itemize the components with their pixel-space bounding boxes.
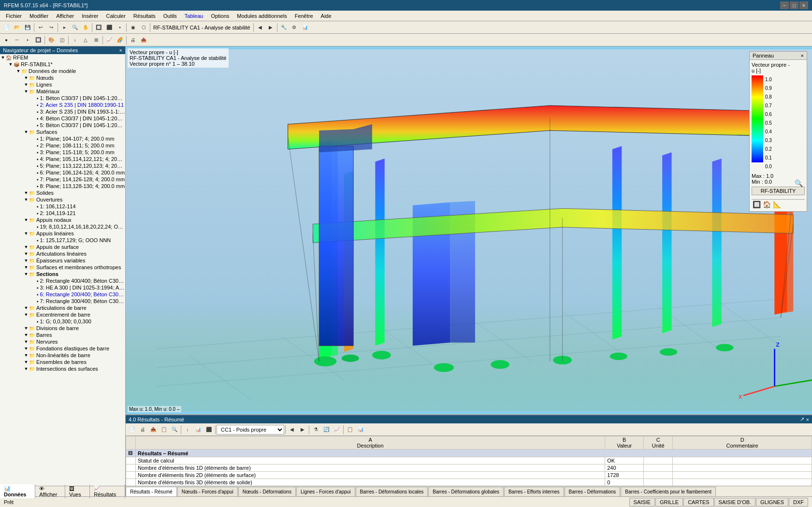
filter-btn[interactable]: ⚗: [310, 424, 321, 435]
tree-item-m3[interactable]: ▪3: Acier S 235 | DIN EN 1993-1-1:20...: [0, 108, 125, 115]
menu-fichier[interactable]: Fichier: [2, 12, 26, 20]
tree-item-noeuds[interactable]: ▼📁Nœuds: [0, 74, 125, 81]
menu-calculer[interactable]: Calculer: [102, 12, 129, 20]
tree-item-materiaux[interactable]: ▼📁Matériaux: [0, 88, 125, 95]
maximize-btn[interactable]: □: [790, 1, 798, 9]
tree-item-m2[interactable]: ▪2: Acier S 235 | DIN 18800:1990-11: [0, 101, 125, 108]
tree-item-m1[interactable]: ▪1: Béton C30/37 | DIN 1045-1:2008-...: [0, 95, 125, 101]
table-row[interactable]: Nombre d'éléments finis 3D (éléments de …: [126, 479, 812, 486]
view-front-btn[interactable]: ▪: [115, 22, 125, 33]
tree-item-lignes[interactable]: ▼📁Lignes: [0, 81, 125, 88]
menu-fenetre[interactable]: Fenêtre: [291, 12, 317, 20]
tree-item-surfaces-ortho[interactable]: ▼📁Surfaces et membranes orthotropes: [0, 264, 125, 271]
display-nodes[interactable]: ●: [1, 35, 12, 45]
legend-icon-3[interactable]: 📐: [773, 201, 781, 208]
redo-btn[interactable]: ↪: [46, 22, 57, 33]
status-cartes[interactable]: CARTES: [683, 498, 713, 507]
bottom-tab-4[interactable]: Barres - Déformations locales: [356, 487, 428, 496]
tab-donnees[interactable]: 📊 Données: [0, 484, 35, 498]
tree-item-appuis-nodaux[interactable]: ▼📁Appuis nodaux: [0, 217, 125, 223]
tree-item-non-linearites[interactable]: ▼📁Non-linéarités de barre: [0, 352, 125, 359]
bottom-tab-0[interactable]: Résultats - Résumé: [126, 487, 177, 496]
chart-btn[interactable]: 📈: [332, 424, 342, 435]
tree-item-s5[interactable]: ▪5: Plane; 113,122,120,123; 4; 200.0 m: [0, 162, 125, 169]
tool-1[interactable]: 🔧: [278, 22, 289, 33]
tree-item-al1[interactable]: ▪1: 125,127,129; G; OOO NNN: [0, 237, 125, 244]
menu-modules[interactable]: Modules additionnels: [233, 12, 290, 20]
tool-2[interactable]: ⚙: [289, 22, 300, 33]
tree-item-divisions-barre[interactable]: ▼📁Divisions de barre: [0, 325, 125, 332]
bottom-tab-1[interactable]: Nœuds - Forces d'appui: [177, 487, 238, 496]
tool-3[interactable]: 📊: [300, 22, 310, 33]
tree-container[interactable]: ▼🏠RFEM▼📦RF-STABIL1*▼📁Données de modèle▼📁…: [0, 54, 125, 486]
tree-item-s8[interactable]: ▪8: Plane; 113,128-130; 4; 200.0 mm: [0, 183, 125, 189]
nav-left-btn[interactable]: ◀: [287, 424, 297, 435]
show-sections[interactable]: ⊞: [91, 35, 102, 45]
table-row[interactable]: Statut de calculOK: [126, 457, 812, 464]
tree-item-o1[interactable]: ▪1: 106,112-114: [0, 203, 125, 210]
tree-item-appuis-surface[interactable]: ▼📁Appuis de surface: [0, 244, 125, 250]
nav-next[interactable]: ▶: [265, 22, 276, 33]
tree-item-surfaces[interactable]: ▼📁Surfaces: [0, 129, 125, 135]
results-btn-4[interactable]: 📋: [159, 424, 169, 435]
tree-item-sections[interactable]: ▼📁Sections: [0, 271, 125, 277]
menu-modifier[interactable]: Modifier: [26, 12, 52, 20]
tree-item-sec7[interactable]: ▪7: Rectangle 300/400; Béton C30/37: [0, 298, 125, 304]
display-lines[interactable]: ─: [12, 35, 22, 45]
tree-item-m4[interactable]: ▪4: Béton C30/37 | DIN 1045-1:2001-...: [0, 115, 125, 122]
legend-icon-2[interactable]: 🏠: [763, 201, 771, 208]
new-btn[interactable]: 📄: [1, 22, 12, 33]
status-dxf[interactable]: DXF: [789, 498, 808, 507]
excel-btn[interactable]: 📊: [355, 424, 366, 435]
menu-afficher[interactable]: Afficher: [52, 12, 78, 20]
tree-item-solides[interactable]: ▼📁Solides: [0, 189, 125, 196]
bottom-tab-3[interactable]: Lignes - Forces d'appui: [296, 487, 355, 496]
results-btn-7[interactable]: 📊: [193, 424, 203, 435]
tree-item-fondations[interactable]: ▼📁Fondations élastiques de barre: [0, 345, 125, 352]
tree-item-sec3[interactable]: ▪3: HE A 300 | DIN 1025-3:1994; Acie...: [0, 284, 125, 291]
tree-item-excentrement[interactable]: ▼📁Excentrement de barre: [0, 311, 125, 318]
results-btn-1[interactable]: 📄: [127, 424, 137, 435]
bottom-tab-6[interactable]: Barres - Efforts internes: [504, 487, 564, 496]
tree-item-an1[interactable]: ▪19; 8,10,12,14,16,18,20,22,24; OOO N: [0, 223, 125, 230]
zoom-btn[interactable]: 🔍: [70, 22, 80, 33]
results-btn-3[interactable]: 📤: [148, 424, 159, 435]
nav-prev[interactable]: ◀: [255, 22, 265, 33]
view-3d-btn[interactable]: 🔲: [93, 22, 104, 33]
tree-item-appuis-lineaires[interactable]: ▼📁Appuis linéaires: [0, 230, 125, 237]
tree-item-barres[interactable]: ▼📁Barres: [0, 332, 125, 338]
results-btn-8[interactable]: ⬛: [203, 424, 214, 435]
status-saisie-ob[interactable]: SAISIE D'OB.: [714, 498, 756, 507]
print-btn[interactable]: 🖨: [128, 35, 138, 45]
tree-item-m5[interactable]: ▪5: Béton C30/37 | DIN 1045-1:2001-...: [0, 122, 125, 129]
legend-icon-1[interactable]: 🔲: [753, 201, 761, 208]
status-saisie[interactable]: SAISIE: [629, 498, 655, 507]
color-surfaces[interactable]: 🎨: [46, 35, 57, 45]
undo-btn[interactable]: ↩: [35, 22, 46, 33]
refresh-btn[interactable]: 🔄: [321, 424, 332, 435]
results-close-btn[interactable]: ×: [806, 417, 809, 422]
status-glignes[interactable]: GLIGNES: [756, 498, 788, 507]
menu-tableau[interactable]: Tableau: [181, 12, 207, 20]
combo-loadcase[interactable]: CC1 - Poids propre: [217, 425, 284, 435]
tree-item-s1[interactable]: ▪1: Plane; 104-107; 4; 200.0 mm: [0, 135, 125, 142]
wireframe-btn[interactable]: ⬡: [138, 22, 149, 33]
tree-item-s2[interactable]: ▪2: Plane; 108-111; 5; 200.0 mm: [0, 142, 125, 149]
panel-close-btn[interactable]: ×: [119, 47, 122, 53]
tab-afficher[interactable]: 👁 Afficher: [35, 485, 65, 498]
bottom-tab-5[interactable]: Barres - Déformations globales: [428, 487, 504, 496]
bottom-tab-8[interactable]: Barres - Coefficients pour le flambement: [621, 487, 716, 496]
table-row[interactable]: Nombre d'éléments finis 1D (éléments de …: [126, 464, 812, 472]
display-solids[interactable]: 🔲: [33, 35, 44, 45]
result-color[interactable]: 🌈: [115, 35, 125, 45]
tree-item-epaisseurs[interactable]: ▼📁Épaisseurs variables: [0, 257, 125, 264]
results-float-btn[interactable]: ↗: [800, 416, 804, 422]
select-btn[interactable]: ▸: [59, 22, 70, 33]
menu-resultats[interactable]: Résultats: [130, 12, 160, 20]
bottom-tab-2[interactable]: Nœuds - Déformations: [238, 487, 296, 496]
close-btn[interactable]: ×: [799, 1, 808, 9]
minimize-btn[interactable]: −: [780, 1, 789, 9]
nav-right-btn[interactable]: ▶: [297, 424, 308, 435]
tree-item-o2[interactable]: ▪2: 104,119-121: [0, 210, 125, 217]
status-grille[interactable]: GRILLE: [655, 498, 683, 507]
